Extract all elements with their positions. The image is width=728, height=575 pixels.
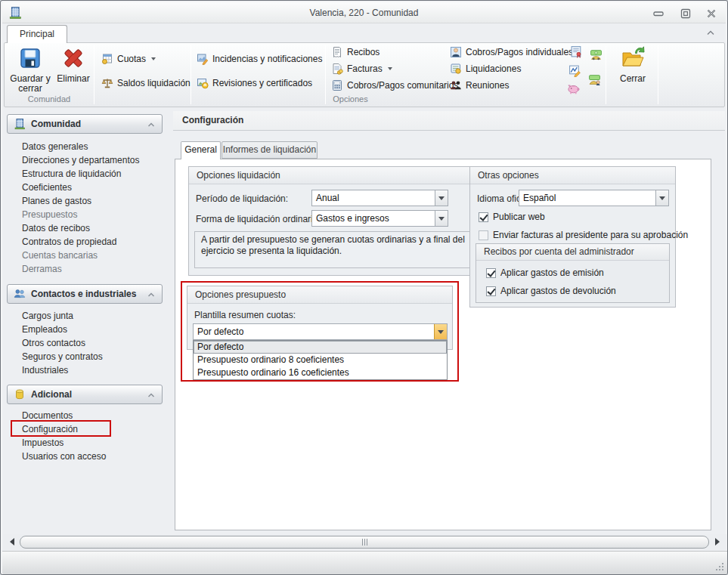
combo-dropdown-button[interactable] [435,190,448,206]
certificate-icon[interactable] [570,45,583,58]
dropdown-arrow-icon [151,57,156,60]
ribbon-separator [606,45,606,104]
combo-dropdown-button-open[interactable] [434,324,447,339]
sidebar-item-contratos-de-propiedad[interactable]: Contratos de propiedad [22,235,116,249]
plantilla-resumen-cuotas-label: Plantilla resumen cuotas: [194,310,296,320]
open-folder-arrow-icon [621,46,645,70]
scrollbar-thumb[interactable] [20,536,709,549]
application-window: Valencia, 220 - Comunidad Principal Guar… [0,0,728,575]
minimize-button[interactable] [653,8,665,20]
ribbon-button-saldos-liquidacion[interactable]: Saldos liquidación [101,76,191,90]
sidebar-item-seguros-y-contratos[interactable]: Seguros y contratos [22,350,103,363]
sidebar-item-estructura-liquidacion[interactable]: Estructura de liquidación [22,167,121,181]
sidebar-item-otros-contactos[interactable]: Otros contactos [22,336,85,350]
sidebar-item-planes-de-gastos[interactable]: Planes de gastos [22,194,91,208]
sidebar-item-empleados[interactable]: Empleados [22,323,67,336]
ribbon-button-incidencias[interactable]: Incidencias y notificaciones [197,52,322,66]
tab-informes-de-liquidacion[interactable]: Informes de liquidación [221,141,318,159]
groupbox-title: Recibos por cuenta del administrador [476,244,669,261]
ribbon-tab-row: Principal [2,23,726,42]
sidebar-item-cargos-junta[interactable]: Cargos junta [22,309,73,323]
sidebar-item-datos-de-recibos[interactable]: Datos de recibos [22,221,90,235]
sidebar-item-derramas[interactable]: Derramas [22,262,62,276]
forma-liquidacion-label: Forma de liquidación ordinaria: [196,214,321,224]
guardar-y-cerrar-button[interactable]: Guardar y cerrar [9,46,51,94]
ribbon: Guardar y cerrar Eliminar Comunidad Cuot… [4,42,725,107]
collapse-ribbon-icon[interactable] [705,28,717,39]
ribbon-separator [94,45,94,104]
sidebar-item-configuracion[interactable]: Configuración [22,422,78,436]
banknote-car-icon[interactable] [590,48,603,61]
dropdown-option-por-defecto[interactable]: Por defecto [194,341,447,354]
calculator-icon [331,79,343,91]
ribbon-group-label-comunidad: Comunidad [5,94,94,105]
people-icon [14,288,26,300]
chart-pen-icon[interactable] [568,64,581,77]
ribbon-button-facturas[interactable]: Facturas [331,62,392,76]
groupbox-title: Otras opciones [470,167,675,184]
checkbox-publicar-web[interactable]: Publicar web [479,211,545,223]
periodo-liquidacion-combobox[interactable]: Anual [311,190,448,206]
cylinder-icon [14,388,26,400]
close-button[interactable] [706,8,718,20]
sidebar-item-usuarios-con-acceso[interactable]: Usuarios con acceso [22,450,106,463]
ribbon-button-reuniones[interactable]: Reuniones [450,79,509,92]
sidebar-item-datos-generales[interactable]: Datos generales [22,140,88,153]
resize-grip-icon[interactable] [715,562,724,571]
people-dark-icon [450,79,462,91]
ribbon-button-liquidaciones[interactable]: Liquidaciones [450,62,521,76]
chevron-up-icon [147,290,156,298]
ribbon-group-label-opciones: Opciones [95,94,606,105]
checkbox-icon[interactable] [486,286,496,296]
combo-dropdown-button[interactable] [655,190,668,206]
dropdown-option-presupuesto-8[interactable]: Presupuesto ordinario 8 coeficientes [194,354,447,366]
checkbox-aplicar-gastos-devolucion[interactable]: Aplicar gastos de devolución [486,285,616,297]
title-bar: Valencia, 220 - Comunidad [2,2,726,23]
checkbox-icon[interactable] [479,212,488,222]
dropdown-option-presupuesto-16[interactable]: Presupuesto ordinario 16 coeficientes [194,366,447,379]
ribbon-button-cobros-pagos-comunitarios[interactable]: Cobros/Pagos comunitarios [331,79,458,92]
red-x-icon [61,46,85,70]
forma-liquidacion-combobox[interactable]: Gastos e ingresos [311,210,448,227]
horizontal-scrollbar[interactable] [3,534,726,550]
plantilla-dropdown-list: Por defecto Presupuesto ordinario 8 coef… [193,340,448,380]
sidebar-item-impuestos[interactable]: Impuestos [22,436,64,450]
periodo-liquidacion-label: Período de liquidación: [196,193,288,204]
ribbon-button-cuotas[interactable]: Cuotas [101,52,156,66]
ribbon-separator [658,45,658,104]
photo-pencil-icon [197,53,209,65]
groupbox-title: Opciones liquidación [189,167,493,184]
ribbon-button-cobros-pagos-individuales[interactable]: Cobros/Pagos individuales [450,45,573,59]
sidebar-item-presupuestos[interactable]: Presupuestos [22,208,77,221]
eliminar-button[interactable]: Eliminar [53,46,94,84]
sidebar-group-adicional[interactable]: Adicional [7,385,163,404]
combo-dropdown-button[interactable] [435,211,448,226]
plantilla-resumen-cuotas-combobox[interactable]: Por defecto [193,323,448,340]
sidebar-item-coeficientes[interactable]: Coeficientes [22,181,72,194]
ribbon-button-revisiones[interactable]: Revisiones y certificados [197,76,312,90]
ribbon-tab-principal[interactable]: Principal [7,25,67,43]
ribbon-button-recibos[interactable]: Recibos [331,45,379,59]
sidebar-item-documentos[interactable]: Documentos [22,409,73,422]
sidebar-item-cuentas-bancarias[interactable]: Cuentas bancarias [22,249,98,262]
cerrar-button[interactable]: Cerrar [611,46,655,84]
checkbox-icon[interactable] [486,268,496,278]
checkbox-aplicar-gastos-emision[interactable]: Aplicar gastos de emisión [486,267,604,279]
checkbox-enviar-facturas[interactable]: Enviar facturas al presidente para su ap… [479,229,688,241]
scrollbar-grip-icon [364,539,365,546]
sidebar-group-comunidad[interactable]: Comunidad [7,114,163,134]
car-person-icon[interactable] [588,73,601,86]
sidebar-item-industriales[interactable]: Industriales [22,363,68,377]
sidebar-group-contactos[interactable]: Contactos e industriales [7,284,163,304]
window-title: Valencia, 220 - Comunidad [2,8,726,18]
piggy-bank-icon[interactable] [567,82,580,95]
restore-button[interactable] [680,8,692,20]
scroll-left-icon[interactable] [10,538,14,546]
sidebar-item-direcciones[interactable]: Direcciones y departamentos [22,153,139,167]
checkbox-icon[interactable] [479,230,488,240]
tab-general[interactable]: General [181,141,221,159]
idioma-oficial-combobox[interactable]: Español [519,190,669,206]
scroll-right-icon[interactable] [715,538,720,546]
chevron-up-icon [147,391,156,398]
dropdown-arrow-icon [388,67,392,70]
